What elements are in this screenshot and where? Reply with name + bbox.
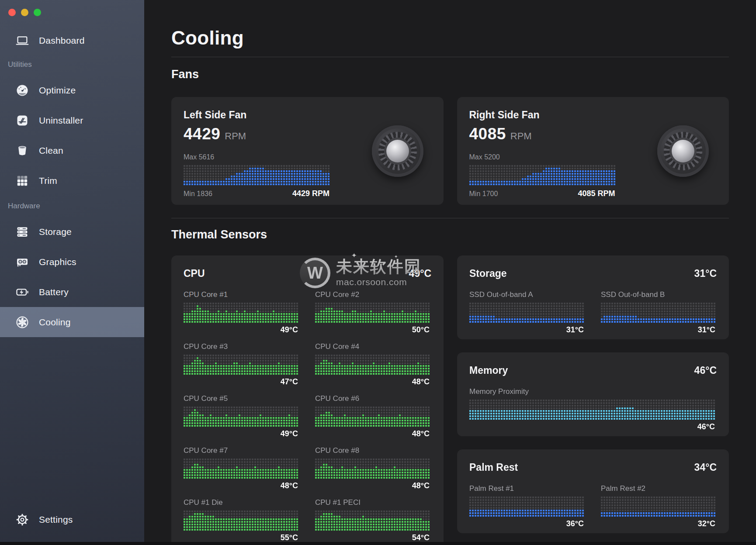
card-title: Storage (469, 268, 507, 279)
sensor-block: CPU Core #448°C (315, 342, 430, 386)
sidebar-item-graphics[interactable]: Graphics (0, 247, 144, 277)
fan-rpm-unit: RPM (225, 131, 246, 141)
sensor-history-chart (601, 497, 715, 517)
sidebar-item-cooling[interactable]: Cooling (0, 307, 144, 337)
trash-icon (15, 143, 30, 158)
left-fan-card: Left Side Fan 4429RPM Max 5616 Min 1836 … (171, 97, 444, 205)
gauge-icon (15, 83, 30, 98)
sensor-label: Palm Rest #2 (601, 484, 715, 493)
sensor-block: CPU #1 Die55°C (184, 498, 298, 542)
fans-section-title: Fans (171, 68, 729, 81)
sidebar-item-clean[interactable]: Clean (0, 135, 144, 166)
card-temp: 46°C (694, 365, 717, 376)
sidebar-item-label: Uninstaller (39, 115, 83, 126)
sidebar-item-uninstaller[interactable]: Uninstaller (0, 105, 144, 135)
sidebar-item-label: Clean (39, 145, 63, 156)
main-content: Cooling Fans Left Side Fan 4429RPM Max 5… (144, 0, 756, 545)
right-fan-history-chart (469, 165, 615, 185)
sidebar-item-dashboard[interactable]: Dashboard (0, 27, 144, 54)
sensor-history-chart (184, 459, 298, 479)
sensor-label: Palm Rest #1 (469, 484, 584, 493)
sensor-block: CPU Core #347°C (184, 342, 298, 386)
sensor-temp: 48°C (315, 481, 430, 490)
page-title: Cooling (171, 27, 729, 49)
sensor-block: CPU Core #648°C (315, 394, 430, 438)
sensor-label: CPU Core #3 (184, 342, 298, 351)
sidebar-item-label: Storage (39, 227, 72, 237)
battery-charging-icon (15, 285, 30, 300)
card-temp: 49°C (409, 268, 431, 279)
sensor-history-chart (315, 407, 430, 427)
sidebar-item-trim[interactable]: Trim (0, 166, 144, 196)
window-bottom-edge (0, 542, 756, 545)
sidebar-nav: Dashboard Utilities Optimize Uninstaller… (0, 27, 144, 337)
sensor-history-chart (184, 511, 298, 531)
sensor-history-chart (469, 497, 584, 517)
fan-current-label: 4085 RPM (578, 189, 615, 198)
sensor-label: CPU Core #4 (315, 342, 430, 351)
sensor-temp: 32°C (601, 519, 715, 528)
sensor-history-chart (315, 459, 430, 479)
window-controls (8, 9, 41, 16)
sensor-block: Palm Rest #136°C (469, 484, 584, 528)
sidebar-item-label: Cooling (39, 317, 71, 328)
sensor-history-chart (184, 407, 298, 427)
sensor-block: CPU Core #549°C (184, 394, 298, 438)
sensor-label: Memory Proximity (469, 387, 715, 396)
fans-grid: Left Side Fan 4429RPM Max 5616 Min 1836 … (171, 97, 729, 205)
fan-rpm-value: 4429 (184, 125, 220, 143)
fan-rpm-value: 4085 (469, 125, 506, 143)
right-fan-card: Right Side Fan 4085RPM Max 5200 Min 1700… (457, 97, 729, 205)
divider (171, 218, 729, 218)
palmrest-sensors-card: Palm Rest 34°C Palm Rest #136°CPalm Rest… (457, 449, 729, 533)
storage-sensors-card: Storage 31°C SSD Out-of-band A31°CSSD Ou… (457, 255, 729, 339)
sensor-label: CPU Core #5 (184, 394, 298, 403)
sensor-history-chart (315, 511, 430, 531)
close-button[interactable] (8, 9, 16, 16)
sensor-block: Palm Rest #232°C (601, 484, 715, 528)
fan-name: Left Side Fan (184, 109, 431, 121)
sidebar-item-label: Trim (39, 176, 57, 186)
sidebar-item-label: Optimize (39, 85, 76, 96)
card-title: Memory (469, 365, 508, 376)
sensor-label: SSD Out-of-band B (601, 290, 715, 299)
thermal-section-title: Thermal Sensors (171, 228, 729, 241)
sensor-history-chart (601, 303, 715, 323)
sensor-temp: 55°C (184, 533, 298, 542)
sensor-temp: 49°C (184, 429, 298, 438)
sidebar-section-utilities: Utilities (0, 54, 144, 75)
fan-icon (15, 315, 30, 330)
sensor-history-chart (184, 303, 298, 323)
sensor-history-chart (469, 303, 584, 323)
sensor-block: CPU Core #149°C (184, 290, 298, 335)
sidebar: Dashboard Utilities Optimize Uninstaller… (0, 0, 144, 545)
sidebar-item-storage[interactable]: Storage (0, 217, 144, 247)
sidebar-item-label: Settings (39, 514, 73, 525)
card-temp: 31°C (694, 268, 717, 279)
minimize-button[interactable] (21, 9, 28, 16)
sensor-temp: 31°C (601, 325, 715, 335)
fan-image (657, 125, 709, 177)
sensor-block: CPU #1 PECI54°C (315, 498, 430, 542)
sidebar-item-optimize[interactable]: Optimize (0, 75, 144, 105)
gear-icon (15, 512, 30, 527)
sidebar-item-battery[interactable]: Battery (0, 277, 144, 307)
zoom-button[interactable] (34, 9, 41, 16)
sensor-label: CPU #1 Die (184, 498, 298, 507)
fan-current-label: 4429 RPM (292, 189, 329, 198)
sensor-temp: 48°C (184, 481, 298, 490)
sensor-temp: 31°C (469, 325, 584, 335)
grid-icon (15, 173, 30, 188)
sensor-label: CPU Core #7 (184, 446, 298, 455)
sensor-history-chart (315, 355, 430, 375)
sensor-temp: 47°C (184, 377, 298, 386)
divider (171, 57, 729, 57)
sensor-label: SSD Out-of-band A (469, 290, 584, 299)
sidebar-item-settings[interactable]: Settings (0, 504, 144, 535)
sensor-history-chart (315, 303, 430, 323)
sensor-label: CPU Core #1 (184, 290, 298, 299)
sensor-block: CPU Core #848°C (315, 446, 430, 490)
appstore-icon (15, 113, 30, 128)
sensor-history-chart (469, 400, 715, 420)
sensor-history-chart (184, 355, 298, 375)
